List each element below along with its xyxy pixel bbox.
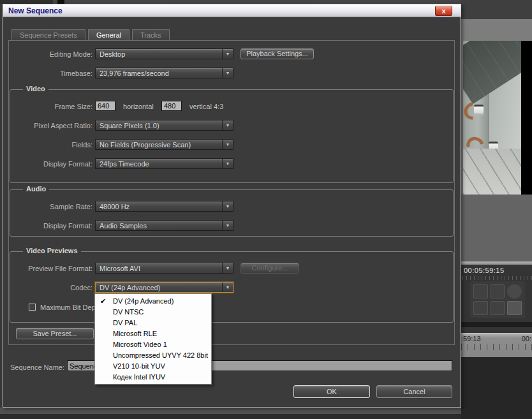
chevron-down-icon[interactable]: ▼ [222, 159, 233, 168]
sample-rate-select[interactable]: 48000 Hz ▼ [95, 201, 233, 212]
preview-file-format-select[interactable]: Microsoft AVI ▼ [95, 263, 233, 274]
codec-option[interactable]: Uncompressed UYVY 422 8bit [95, 350, 211, 361]
codec-option-label: Кодек Intel IYUV [113, 373, 165, 381]
preview-file-format-label: Preview File Format: [3, 265, 92, 272]
codec-option-label: Microsoft Video 1 [113, 341, 167, 348]
video-display-format-value: 24fps Timecode [100, 160, 219, 168]
dialog-tabs: Sequence Presets General Tracks [11, 29, 170, 41]
monitor-button-icon [473, 284, 488, 298]
codec-option[interactable]: DV PAL [95, 318, 211, 328]
new-sequence-dialog: New Sequence x Sequence Presets General … [3, 4, 461, 408]
maximum-bit-depth-label: Maximum Bit Depth [40, 304, 101, 311]
chevron-down-icon[interactable]: ▼ [222, 49, 233, 59]
audio-display-format-select[interactable]: Audio Samples ▼ [95, 220, 233, 231]
program-timecode: 00:05:59:15 [461, 265, 532, 274]
codec-value: DV (24p Advanced) [100, 284, 219, 291]
chevron-down-icon[interactable]: ▼ [222, 140, 233, 149]
timeline-track-area [461, 357, 532, 419]
monitor-button-icon [491, 301, 505, 315]
monitor-button-icon [507, 284, 522, 298]
codec-option[interactable]: V210 10-bit YUV [95, 361, 211, 372]
chevron-down-icon[interactable]: ▼ [222, 283, 233, 292]
codec-option[interactable]: ✔ DV (24p Advanced) [95, 296, 211, 307]
frame-size-vertical-field[interactable] [161, 101, 182, 111]
horizontal-label: horizontal [123, 103, 154, 110]
codec-option-label: DV NTSC [113, 308, 144, 316]
preview-file-format-value: Microsoft AVI [100, 265, 219, 272]
background-top-band [461, 0, 532, 19]
pixel-aspect-ratio-select[interactable]: Square Pixels (1.0) ▼ [95, 120, 233, 131]
cancel-button[interactable]: Cancel [376, 385, 452, 398]
timeline-ruler-label-right: 00: [522, 335, 531, 342]
audio-display-format-label: Display Format: [3, 222, 92, 230]
maximum-bit-depth-checkbox[interactable] [29, 304, 36, 311]
video-group-title: Video [23, 85, 48, 92]
panel-dark-strip [461, 322, 532, 327]
chevron-down-icon[interactable]: ▼ [222, 121, 233, 130]
pixel-aspect-ratio-value: Square Pixels (1.0) [100, 122, 219, 129]
frame-size-label: Frame Size: [3, 103, 92, 110]
sample-rate-label: Sample Rate: [3, 203, 92, 210]
codec-option-label: DV (24p Advanced) [113, 297, 174, 305]
tab-tracks[interactable]: Tracks [132, 29, 170, 41]
timebase-label: Timebase: [3, 70, 92, 77]
chevron-down-icon[interactable]: ▼ [222, 202, 233, 211]
video-display-format-label: Display Format: [3, 160, 92, 168]
save-preset-button[interactable]: Save Preset... [16, 328, 94, 339]
codec-option[interactable]: Microsoft RLE [95, 328, 211, 339]
transport-buttons-faded [470, 281, 525, 318]
aspect-ratio-value: 4:3 [214, 103, 223, 110]
codec-option-label: DV PAL [113, 319, 137, 327]
timebase-value: 23,976 frames/second [100, 70, 219, 77]
background-app-right-panel: 00:05:59:15 59:13 00: [461, 0, 532, 419]
codec-option-label: V210 10-bit YUV [113, 362, 165, 370]
codec-option-label: Uncompressed UYVY 422 8bit [113, 351, 208, 359]
tab-sequence-presets[interactable]: Sequence Presets [11, 29, 85, 41]
chevron-down-icon[interactable]: ▼ [222, 68, 233, 78]
codec-select[interactable]: DV (24p Advanced) ▼ [95, 282, 233, 293]
video-black-pillarbox [521, 41, 532, 195]
timebase-select[interactable]: 23,976 frames/second ▼ [95, 68, 233, 78]
dialog-title: New Sequence [8, 6, 63, 15]
timeline-ruler-label-left: 59:13 [463, 335, 481, 342]
program-monitor-video-frame [463, 41, 532, 195]
codec-option[interactable]: DV NTSC [95, 307, 211, 318]
check-icon: ✔ [100, 296, 106, 307]
monitor-button-icon [507, 301, 522, 315]
audio-group-title: Audio [23, 185, 49, 193]
video-display-format-select[interactable]: 24fps Timecode ▼ [95, 158, 233, 169]
editing-mode-label: Editing Mode: [3, 50, 92, 58]
ceramic-insulator [474, 105, 484, 115]
video-previews-group-title: Video Previews [23, 247, 81, 254]
codec-option-label: Microsoft RLE [113, 330, 157, 337]
timeline-ruler[interactable]: 59:13 00: [461, 333, 532, 357]
codec-option[interactable]: Кодек Intel IYUV [95, 372, 211, 383]
playback-settings-button[interactable]: Playback Settings... [240, 48, 314, 59]
timeline-ruler-ticks [461, 344, 532, 350]
sample-rate-value: 48000 Hz [100, 203, 219, 210]
editing-mode-value: Desktop [100, 50, 219, 58]
monitor-button-icon [491, 284, 505, 298]
tab-general[interactable]: General [88, 29, 129, 41]
monitor-mini-ruler [462, 276, 532, 280]
monitor-button-icon [473, 301, 488, 315]
pixel-aspect-ratio-label: Pixel Aspect Ratio: [3, 122, 92, 129]
chevron-down-icon[interactable]: ▼ [222, 221, 233, 230]
frame-size-horizontal-field[interactable] [95, 101, 115, 111]
ok-button[interactable]: OK [293, 385, 370, 398]
chevron-down-icon[interactable]: ▼ [222, 263, 233, 273]
background-bottom-strip [0, 408, 461, 419]
codec-option[interactable]: Microsoft Video 1 [95, 339, 211, 350]
editing-mode-select[interactable]: Desktop ▼ [95, 48, 233, 59]
codec-label: Codec: [3, 284, 92, 291]
dialog-titlebar[interactable]: New Sequence x [3, 4, 461, 17]
monitor-gray-area [461, 195, 532, 261]
audio-display-format-value: Audio Samples [100, 222, 219, 230]
configure-button: Configure... [240, 263, 299, 274]
vertical-label: vertical [189, 103, 212, 110]
fields-label: Fields: [3, 141, 92, 149]
close-icon[interactable]: x [435, 6, 452, 16]
fields-select[interactable]: No Fields (Progressive Scan) ▼ [95, 139, 233, 150]
program-monitor-controls: 00:05:59:15 [461, 265, 532, 333]
sequence-name-label: Sequence Name: [3, 364, 64, 371]
